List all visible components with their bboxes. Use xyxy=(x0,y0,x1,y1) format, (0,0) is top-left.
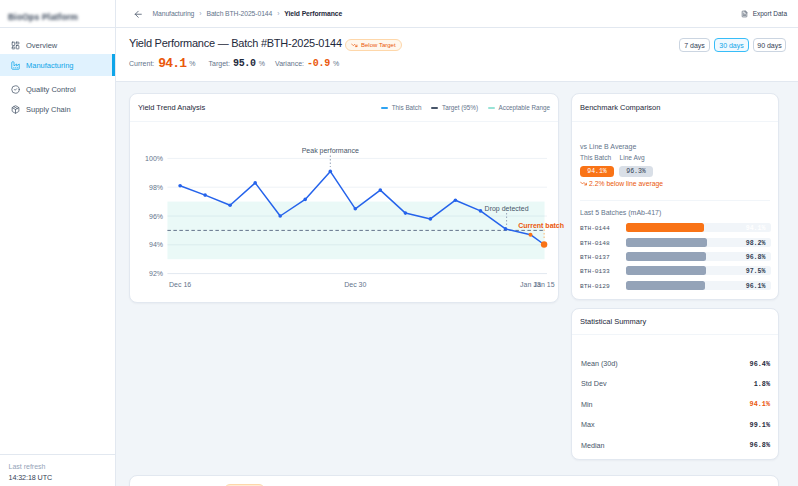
svg-text:100%: 100% xyxy=(145,155,163,162)
svg-text:92%: 92% xyxy=(149,270,163,277)
svg-text:98%: 98% xyxy=(149,184,163,191)
svg-text:96%: 96% xyxy=(149,213,163,220)
svg-text:Jan 15: Jan 15 xyxy=(534,281,555,288)
svg-text:Dec 16: Dec 16 xyxy=(169,281,191,288)
svg-text:Peak performance: Peak performance xyxy=(302,147,359,155)
svg-text:Current batch: Current batch xyxy=(518,222,564,229)
svg-text:94%: 94% xyxy=(149,241,163,248)
svg-text:Drop detected: Drop detected xyxy=(485,205,529,213)
svg-text:Dec 30: Dec 30 xyxy=(344,281,366,288)
